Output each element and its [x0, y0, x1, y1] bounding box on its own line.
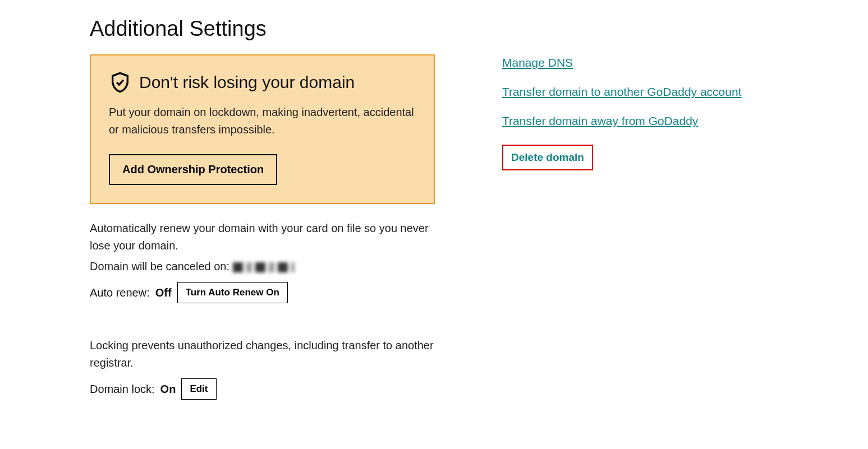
lock-description: Locking prevents unauthorized changes, i… — [90, 337, 435, 372]
domain-lock-label: Domain lock: — [90, 383, 155, 396]
delete-domain-link[interactable]: Delete domain — [511, 151, 584, 163]
autorenew-label: Auto renew: — [90, 286, 150, 299]
cancel-date-prefix: Domain will be canceled on: — [90, 260, 229, 272]
promo-title: Don't risk losing your domain — [139, 73, 355, 92]
add-ownership-protection-button[interactable]: Add Ownership Protection — [109, 154, 277, 185]
autorenew-status: Off — [155, 286, 172, 299]
autorenew-description: Automatically renew your domain with you… — [90, 220, 435, 254]
turn-auto-renew-on-button[interactable]: Turn Auto Renew On — [177, 282, 288, 303]
shield-check-icon — [109, 71, 131, 94]
cancel-date-line: Domain will be canceled on: — [90, 258, 435, 275]
edit-domain-lock-button[interactable]: Edit — [181, 378, 216, 400]
cancel-date-redacted — [233, 262, 295, 272]
page-heading: Additional Settings — [90, 17, 435, 41]
delete-domain-highlight: Delete domain — [502, 145, 593, 170]
manage-dns-link[interactable]: Manage DNS — [502, 56, 573, 70]
promo-description: Put your domain on lockdown, making inad… — [109, 104, 416, 138]
domain-lock-status: On — [160, 383, 176, 396]
transfer-to-another-account-link[interactable]: Transfer domain to another GoDaddy accou… — [502, 85, 741, 99]
transfer-away-link[interactable]: Transfer domain away from GoDaddy — [502, 114, 698, 128]
ownership-protection-promo: Don't risk losing your domain Put your d… — [90, 54, 435, 204]
